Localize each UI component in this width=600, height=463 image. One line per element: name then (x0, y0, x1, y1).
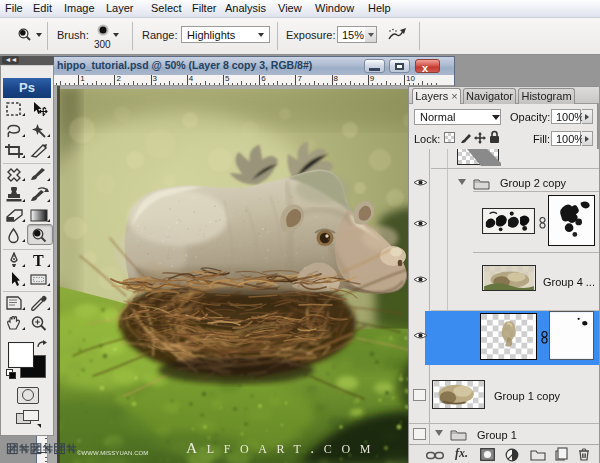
svg-text:ALFOART.COM: ALFOART.COM (186, 439, 380, 456)
svg-text:T: T (33, 252, 44, 269)
svg-text:©WWW.MISSYUAN.COM: ©WWW.MISSYUAN.COM (77, 450, 148, 456)
